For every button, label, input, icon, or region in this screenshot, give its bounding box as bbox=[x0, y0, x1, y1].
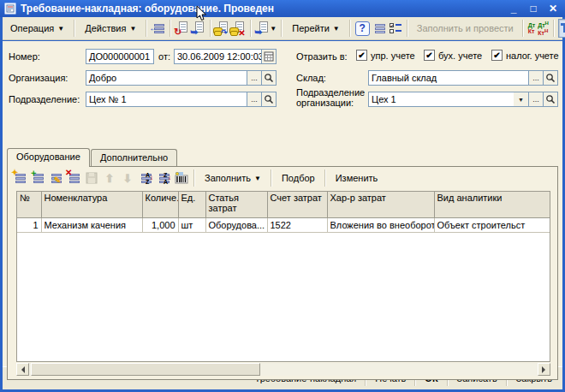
horizontal-scrollbar[interactable] bbox=[16, 363, 550, 376]
magnifier-icon bbox=[264, 73, 274, 83]
col-cost-item[interactable]: Статья затрат bbox=[205, 192, 267, 217]
scroll-right-button[interactable] bbox=[538, 363, 550, 376]
help-button[interactable]: ? bbox=[354, 19, 371, 38]
open-button[interactable] bbox=[261, 71, 276, 85]
output-document-button[interactable]: ➥ ▼ bbox=[255, 19, 277, 38]
chevron-down-icon: ▼ bbox=[129, 25, 136, 33]
mouse-cursor-icon bbox=[196, 6, 208, 23]
cell-cost-item[interactable]: Оборудова... bbox=[205, 217, 267, 232]
delete-row-button[interactable]: ✕ bbox=[65, 169, 82, 187]
cell-number[interactable]: 1 bbox=[17, 217, 41, 232]
organization-field[interactable]: Добро ... bbox=[86, 70, 277, 86]
table-row[interactable]: 1 Механизм качения 1,000 шт Оборудова...… bbox=[17, 217, 550, 232]
number-value: ДО000000001 bbox=[86, 51, 153, 62]
barcode-button[interactable] bbox=[173, 169, 190, 187]
cell-quantity[interactable]: 1,000 bbox=[142, 217, 178, 232]
add-row-button[interactable]: ＋ bbox=[29, 169, 46, 187]
equipment-tab-panel: ✦ ＋ ✎ ✕ ⬆ ⬇ bbox=[7, 166, 558, 380]
sort-descending-button[interactable]: ZA↓ bbox=[155, 169, 172, 187]
fill-menu-button[interactable]: Заполнить▼ bbox=[199, 169, 267, 187]
arrow-up-icon: ⬆ bbox=[105, 172, 115, 185]
main-toolbar: Операция▼ Действия▼ ← ↻ ➥ ↷ ✕ ➥ ▼ bbox=[3, 17, 562, 40]
scrollbar-thumb[interactable] bbox=[31, 363, 260, 376]
actions-label: Действия bbox=[85, 23, 126, 33]
scroll-left-button[interactable] bbox=[16, 363, 29, 376]
unpost-document-button[interactable]: ✕ bbox=[231, 19, 247, 38]
division-value: Цех № 1 bbox=[86, 94, 247, 104]
sort-ascending-button[interactable]: AZ↓ bbox=[137, 169, 154, 187]
col-cost-account[interactable]: Счет затрат bbox=[267, 192, 327, 217]
show-tax-postings-button[interactable]: ДтНКтН bbox=[537, 19, 550, 38]
cell-nomenclature[interactable]: Механизм качения bbox=[41, 217, 142, 232]
minimize-button[interactable]: _ bbox=[506, 3, 521, 15]
tab-equipment[interactable]: Оборудование bbox=[7, 148, 90, 167]
refresh-icon: ↻ bbox=[175, 21, 189, 35]
document-form: Номер: ДО000000001 от: 30.06.2009 12:00:… bbox=[3, 41, 562, 366]
cell-cost-account[interactable]: 1522 bbox=[267, 217, 327, 232]
goto-menu-button[interactable]: Перейти▼ bbox=[286, 20, 346, 37]
unpost-icon: ✕ bbox=[232, 21, 246, 35]
refresh-document-button[interactable]: ↻ bbox=[175, 19, 190, 38]
ellipsis-button[interactable]: ... bbox=[247, 92, 261, 106]
analytics-toggle-button[interactable] bbox=[558, 19, 565, 38]
change-button[interactable]: Изменить bbox=[330, 169, 384, 187]
toolbar-separator bbox=[210, 20, 211, 37]
calendar-button[interactable] bbox=[261, 50, 276, 63]
ellipsis-button[interactable]: ... bbox=[247, 71, 261, 85]
sort-az-icon: AZ↓ bbox=[139, 171, 152, 185]
copy-arrow-icon: ➥ bbox=[192, 21, 205, 35]
tab-additional[interactable]: Дополнительно bbox=[91, 149, 177, 166]
warehouse-field[interactable]: Главный склад ... bbox=[368, 70, 558, 86]
show-postings-button[interactable]: ДтКт bbox=[527, 19, 536, 38]
table-header-row: № Номенклатура Количе... Ед. Статья затр… bbox=[17, 192, 550, 217]
toolbar-separator bbox=[281, 20, 282, 37]
open-button[interactable] bbox=[543, 92, 557, 106]
col-unit[interactable]: Ед. bbox=[178, 192, 205, 217]
chevron-down-icon: ▼ bbox=[254, 175, 261, 182]
edit-row-button[interactable]: ✎ bbox=[47, 169, 64, 187]
operation-menu-button[interactable]: Операция▼ bbox=[4, 20, 70, 37]
pick-button[interactable]: Подбор bbox=[276, 169, 321, 187]
reflect-label: Отразить в: bbox=[296, 51, 348, 62]
chevron-down-icon: ▼ bbox=[333, 25, 340, 33]
col-cost-nature[interactable]: Хар-р затрат bbox=[327, 192, 434, 217]
maximize-button[interactable]: □ bbox=[526, 3, 541, 15]
cell-analytics[interactable]: Объект строительст bbox=[434, 217, 550, 232]
cell-cost-nature[interactable]: Вложения во внеоборотн... bbox=[327, 217, 434, 232]
open-button[interactable] bbox=[261, 92, 276, 106]
org-division-value: Цех 1 bbox=[369, 94, 514, 104]
checkbox-label: упр. учете bbox=[371, 50, 415, 61]
number-field[interactable]: ДО000000001 bbox=[86, 49, 154, 64]
ellipsis-button[interactable]: ... bbox=[528, 71, 543, 85]
ellipsis-button[interactable]: ... bbox=[528, 92, 543, 106]
post-icon: ↷ bbox=[216, 21, 229, 35]
org-division-field[interactable]: Цех 1 ▼ ... bbox=[368, 92, 558, 107]
checkbox-accounting[interactable]: бух. учете bbox=[424, 50, 482, 61]
dropdown-button[interactable]: ▼ bbox=[514, 92, 528, 106]
cell-unit[interactable]: шт bbox=[178, 217, 205, 232]
col-number[interactable]: № bbox=[17, 192, 41, 217]
items-table[interactable]: № Номенклатура Количе... Ед. Статья затр… bbox=[17, 192, 550, 233]
document-structure-button[interactable] bbox=[372, 19, 387, 38]
post-document-button[interactable]: ↷ bbox=[215, 19, 230, 38]
close-button[interactable]: ✕ bbox=[545, 3, 561, 15]
date-field[interactable]: 30.06.2009 12:00:03 bbox=[174, 49, 277, 64]
open-button[interactable] bbox=[543, 71, 557, 85]
scrollbar-track[interactable] bbox=[260, 363, 538, 376]
delete-row-icon: ✕ bbox=[67, 171, 80, 185]
reread-document-button[interactable]: ← bbox=[151, 19, 166, 38]
magnifier-icon bbox=[264, 94, 274, 104]
fill-and-post-button-disabled: Заполнить и провести bbox=[412, 23, 519, 33]
division-field[interactable]: Цех № 1 ... bbox=[86, 92, 277, 107]
checkbox-check-icon bbox=[424, 50, 435, 61]
toolbar-separator bbox=[193, 169, 195, 187]
checkbox-tax-accounting[interactable]: налог. учете bbox=[491, 50, 559, 61]
col-quantity[interactable]: Количе... bbox=[142, 192, 178, 217]
insert-row-button[interactable]: ✦ bbox=[11, 169, 28, 187]
col-nomenclature[interactable]: Номенклатура bbox=[41, 192, 142, 217]
division-label: Подразделение: bbox=[9, 94, 80, 104]
actions-menu-button[interactable]: Действия▼ bbox=[79, 20, 142, 37]
settings-list-button[interactable]: ✔ bbox=[388, 19, 403, 38]
col-analytics[interactable]: Вид аналитики bbox=[434, 192, 550, 217]
checkbox-management-accounting[interactable]: упр. учете bbox=[356, 50, 415, 61]
